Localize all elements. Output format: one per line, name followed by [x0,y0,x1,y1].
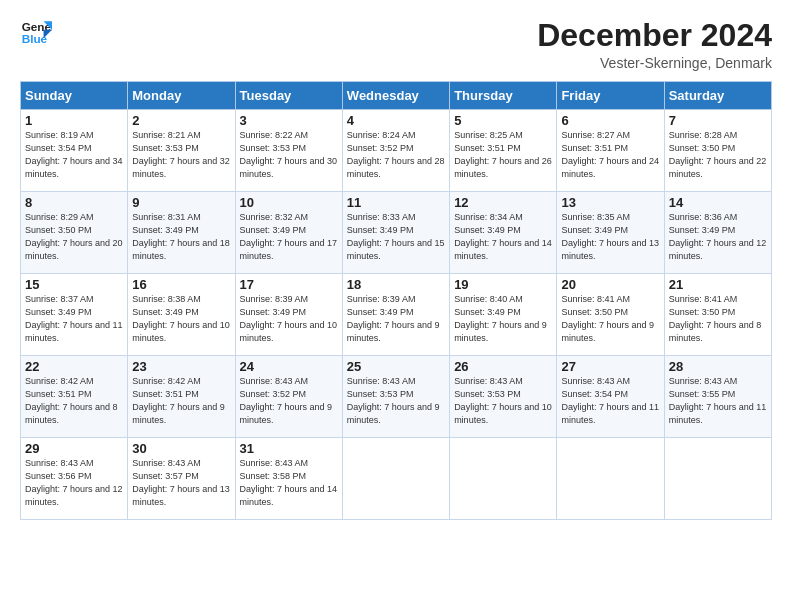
cell-week2-day2: 10 Sunrise: 8:32 AMSunset: 3:49 PMDaylig… [235,192,342,274]
cell-week1-day1: 2 Sunrise: 8:21 AMSunset: 3:53 PMDayligh… [128,110,235,192]
cell-week5-day1: 30 Sunrise: 8:43 AMSunset: 3:57 PMDaylig… [128,438,235,520]
day-info: Sunrise: 8:41 AMSunset: 3:50 PMDaylight:… [561,294,654,343]
day-number: 8 [25,195,123,210]
day-number: 7 [669,113,767,128]
day-info: Sunrise: 8:27 AMSunset: 3:51 PMDaylight:… [561,130,659,179]
cell-week4-day0: 22 Sunrise: 8:42 AMSunset: 3:51 PMDaylig… [21,356,128,438]
page: General Blue December 2024 Vester-Skerni… [0,0,792,612]
day-info: Sunrise: 8:43 AMSunset: 3:52 PMDaylight:… [240,376,333,425]
day-number: 23 [132,359,230,374]
day-info: Sunrise: 8:37 AMSunset: 3:49 PMDaylight:… [25,294,123,343]
day-info: Sunrise: 8:43 AMSunset: 3:58 PMDaylight:… [240,458,338,507]
cell-week3-day3: 18 Sunrise: 8:39 AMSunset: 3:49 PMDaylig… [342,274,449,356]
cell-week2-day6: 14 Sunrise: 8:36 AMSunset: 3:49 PMDaylig… [664,192,771,274]
col-tuesday: Tuesday [235,82,342,110]
day-number: 19 [454,277,552,292]
day-info: Sunrise: 8:21 AMSunset: 3:53 PMDaylight:… [132,130,230,179]
day-info: Sunrise: 8:36 AMSunset: 3:49 PMDaylight:… [669,212,767,261]
cell-week2-day1: 9 Sunrise: 8:31 AMSunset: 3:49 PMDayligh… [128,192,235,274]
logo-icon: General Blue [20,18,52,50]
col-thursday: Thursday [450,82,557,110]
title-block: December 2024 Vester-Skerninge, Denmark [537,18,772,71]
header-row: Sunday Monday Tuesday Wednesday Thursday… [21,82,772,110]
cell-week4-day5: 27 Sunrise: 8:43 AMSunset: 3:54 PMDaylig… [557,356,664,438]
day-number: 27 [561,359,659,374]
day-info: Sunrise: 8:43 AMSunset: 3:55 PMDaylight:… [669,376,767,425]
cell-week3-day2: 17 Sunrise: 8:39 AMSunset: 3:49 PMDaylig… [235,274,342,356]
day-info: Sunrise: 8:43 AMSunset: 3:53 PMDaylight:… [347,376,440,425]
day-info: Sunrise: 8:43 AMSunset: 3:53 PMDaylight:… [454,376,552,425]
day-number: 1 [25,113,123,128]
logo: General Blue [20,18,52,50]
day-number: 15 [25,277,123,292]
day-info: Sunrise: 8:35 AMSunset: 3:49 PMDaylight:… [561,212,659,261]
col-monday: Monday [128,82,235,110]
day-number: 16 [132,277,230,292]
cell-week2-day4: 12 Sunrise: 8:34 AMSunset: 3:49 PMDaylig… [450,192,557,274]
cell-week4-day2: 24 Sunrise: 8:43 AMSunset: 3:52 PMDaylig… [235,356,342,438]
day-info: Sunrise: 8:32 AMSunset: 3:49 PMDaylight:… [240,212,338,261]
cell-week5-day4 [450,438,557,520]
col-sunday: Sunday [21,82,128,110]
cell-week4-day1: 23 Sunrise: 8:42 AMSunset: 3:51 PMDaylig… [128,356,235,438]
day-info: Sunrise: 8:34 AMSunset: 3:49 PMDaylight:… [454,212,552,261]
day-number: 2 [132,113,230,128]
cell-week3-day5: 20 Sunrise: 8:41 AMSunset: 3:50 PMDaylig… [557,274,664,356]
day-number: 11 [347,195,445,210]
cell-week1-day2: 3 Sunrise: 8:22 AMSunset: 3:53 PMDayligh… [235,110,342,192]
cell-week5-day3 [342,438,449,520]
cell-week5-day2: 31 Sunrise: 8:43 AMSunset: 3:58 PMDaylig… [235,438,342,520]
day-number: 29 [25,441,123,456]
day-info: Sunrise: 8:42 AMSunset: 3:51 PMDaylight:… [132,376,225,425]
cell-week4-day4: 26 Sunrise: 8:43 AMSunset: 3:53 PMDaylig… [450,356,557,438]
day-number: 18 [347,277,445,292]
day-info: Sunrise: 8:31 AMSunset: 3:49 PMDaylight:… [132,212,230,261]
svg-marker-3 [44,30,52,38]
day-number: 22 [25,359,123,374]
day-number: 3 [240,113,338,128]
day-number: 12 [454,195,552,210]
week-row-4: 22 Sunrise: 8:42 AMSunset: 3:51 PMDaylig… [21,356,772,438]
cell-week2-day5: 13 Sunrise: 8:35 AMSunset: 3:49 PMDaylig… [557,192,664,274]
cell-week2-day3: 11 Sunrise: 8:33 AMSunset: 3:49 PMDaylig… [342,192,449,274]
day-info: Sunrise: 8:40 AMSunset: 3:49 PMDaylight:… [454,294,547,343]
day-number: 21 [669,277,767,292]
day-number: 13 [561,195,659,210]
day-info: Sunrise: 8:33 AMSunset: 3:49 PMDaylight:… [347,212,445,261]
location: Vester-Skerninge, Denmark [537,55,772,71]
week-row-1: 1 Sunrise: 8:19 AMSunset: 3:54 PMDayligh… [21,110,772,192]
col-saturday: Saturday [664,82,771,110]
cell-week5-day0: 29 Sunrise: 8:43 AMSunset: 3:56 PMDaylig… [21,438,128,520]
day-info: Sunrise: 8:29 AMSunset: 3:50 PMDaylight:… [25,212,123,261]
cell-week5-day5 [557,438,664,520]
day-number: 10 [240,195,338,210]
cell-week5-day6 [664,438,771,520]
day-number: 31 [240,441,338,456]
cell-week1-day4: 5 Sunrise: 8:25 AMSunset: 3:51 PMDayligh… [450,110,557,192]
cell-week1-day5: 6 Sunrise: 8:27 AMSunset: 3:51 PMDayligh… [557,110,664,192]
cell-week1-day0: 1 Sunrise: 8:19 AMSunset: 3:54 PMDayligh… [21,110,128,192]
day-info: Sunrise: 8:38 AMSunset: 3:49 PMDaylight:… [132,294,230,343]
day-number: 17 [240,277,338,292]
cell-week1-day3: 4 Sunrise: 8:24 AMSunset: 3:52 PMDayligh… [342,110,449,192]
day-number: 4 [347,113,445,128]
cell-week3-day1: 16 Sunrise: 8:38 AMSunset: 3:49 PMDaylig… [128,274,235,356]
calendar: Sunday Monday Tuesday Wednesday Thursday… [20,81,772,520]
cell-week1-day6: 7 Sunrise: 8:28 AMSunset: 3:50 PMDayligh… [664,110,771,192]
week-row-2: 8 Sunrise: 8:29 AMSunset: 3:50 PMDayligh… [21,192,772,274]
day-number: 24 [240,359,338,374]
cell-week3-day4: 19 Sunrise: 8:40 AMSunset: 3:49 PMDaylig… [450,274,557,356]
week-row-3: 15 Sunrise: 8:37 AMSunset: 3:49 PMDaylig… [21,274,772,356]
col-friday: Friday [557,82,664,110]
day-info: Sunrise: 8:28 AMSunset: 3:50 PMDaylight:… [669,130,767,179]
day-number: 30 [132,441,230,456]
cell-week2-day0: 8 Sunrise: 8:29 AMSunset: 3:50 PMDayligh… [21,192,128,274]
day-info: Sunrise: 8:43 AMSunset: 3:56 PMDaylight:… [25,458,123,507]
day-number: 28 [669,359,767,374]
month-title: December 2024 [537,18,772,53]
day-info: Sunrise: 8:19 AMSunset: 3:54 PMDaylight:… [25,130,123,179]
day-info: Sunrise: 8:39 AMSunset: 3:49 PMDaylight:… [240,294,338,343]
cell-week4-day6: 28 Sunrise: 8:43 AMSunset: 3:55 PMDaylig… [664,356,771,438]
day-info: Sunrise: 8:42 AMSunset: 3:51 PMDaylight:… [25,376,118,425]
day-info: Sunrise: 8:25 AMSunset: 3:51 PMDaylight:… [454,130,552,179]
